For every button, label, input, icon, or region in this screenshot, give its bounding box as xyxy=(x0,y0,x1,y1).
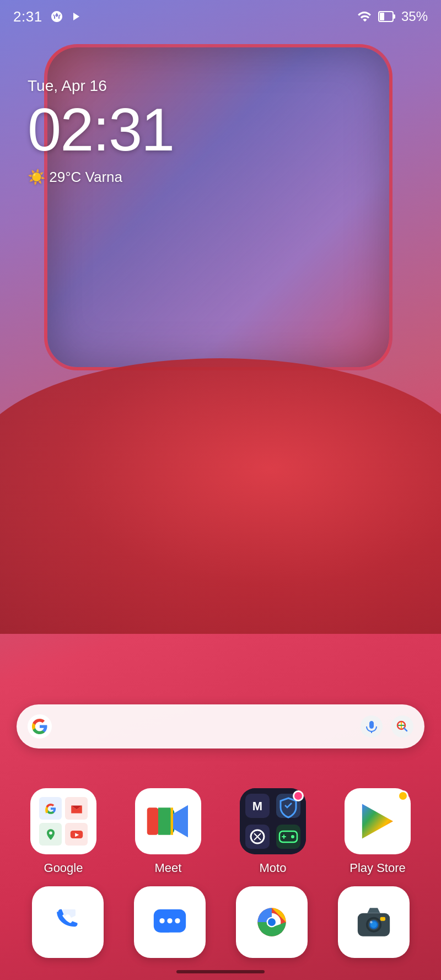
app-item-google[interactable]: Google xyxy=(19,788,107,875)
phone-icon xyxy=(49,903,87,941)
svg-point-27 xyxy=(167,918,172,923)
google-app-icon-wrapper xyxy=(30,788,96,854)
status-bar: 2:31 35% xyxy=(0,0,441,33)
app-grid: Google Meet xyxy=(0,788,441,875)
svg-rect-12 xyxy=(147,807,158,835)
gmail-mini-icon xyxy=(65,797,88,820)
clock-widget: Tue, Apr 16 02:31 ☀️ 29°C Varna xyxy=(28,77,174,186)
svg-rect-1 xyxy=(393,14,395,19)
messages-icon xyxy=(150,903,189,941)
home-indicator xyxy=(176,970,265,973)
clock-date: Tue, Apr 16 xyxy=(28,77,174,95)
google-app-label: Google xyxy=(44,861,83,875)
app-item-meet[interactable]: Meet xyxy=(124,788,212,875)
svg-text:M: M xyxy=(252,799,262,813)
moto-app-label: Moto xyxy=(260,861,287,875)
search-icons-right xyxy=(361,715,413,737)
battery-icon xyxy=(378,9,396,24)
camera-icon xyxy=(354,903,393,941)
play-store-notification-dot xyxy=(397,790,408,801)
app-item-moto[interactable]: M Moto xyxy=(229,788,317,875)
moto-app-icon-wrapper: M xyxy=(240,788,306,854)
motorola-icon xyxy=(49,9,64,24)
status-right: 35% xyxy=(357,9,428,24)
clock-time: 02:31 xyxy=(28,99,174,160)
battery-percent: 35% xyxy=(401,9,428,24)
svg-rect-13 xyxy=(158,807,171,835)
mic-icon[interactable] xyxy=(361,715,383,737)
svg-point-5 xyxy=(391,715,413,737)
svg-point-32 xyxy=(268,918,276,926)
play-arrow-icon xyxy=(69,10,82,23)
svg-rect-39 xyxy=(380,917,385,921)
dock-messages[interactable] xyxy=(134,886,206,958)
meet-icon xyxy=(135,788,201,854)
meet-app-icon-wrapper xyxy=(135,788,201,854)
play-store-app-icon-wrapper xyxy=(345,788,411,854)
play-store-app-label: Play Store xyxy=(349,861,406,875)
meet-app-label: Meet xyxy=(155,861,182,875)
status-time: 2:31 xyxy=(13,8,42,25)
svg-point-28 xyxy=(175,918,180,923)
dock-phone[interactable] xyxy=(32,886,104,958)
status-icons-left xyxy=(49,9,82,24)
svg-point-23 xyxy=(291,835,294,838)
dock-chrome[interactable] xyxy=(236,886,308,958)
youtube-mini-icon xyxy=(65,823,88,846)
clock-weather: ☀️ 29°C Varna xyxy=(28,169,174,186)
svg-point-7 xyxy=(49,831,52,834)
wifi-icon xyxy=(357,9,373,24)
google-g-logo xyxy=(28,714,52,739)
google-folder-icon xyxy=(30,788,96,854)
google-mini-g xyxy=(39,797,62,820)
svg-rect-2 xyxy=(380,13,384,20)
search-bar[interactable] xyxy=(17,704,424,749)
svg-point-38 xyxy=(370,921,373,924)
chrome-icon xyxy=(252,903,291,941)
maps-mini-icon xyxy=(39,823,62,846)
dock xyxy=(0,886,441,958)
lens-icon[interactable] xyxy=(391,715,413,737)
dock-camera[interactable] xyxy=(338,886,410,958)
svg-point-26 xyxy=(159,918,164,923)
app-item-play-store[interactable]: Play Store xyxy=(334,788,422,875)
status-left: 2:31 xyxy=(13,8,82,25)
moto-notification-dot xyxy=(293,790,304,801)
svg-rect-14 xyxy=(171,807,174,835)
